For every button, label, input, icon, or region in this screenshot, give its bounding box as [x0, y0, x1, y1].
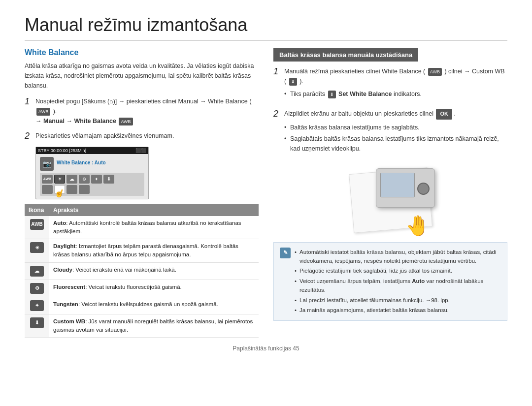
- section-title-white-balance: White Balance: [25, 48, 259, 57]
- step-2-number: 2: [25, 131, 33, 142]
- intro-text: Attēla krāsa atkarīga no gaismas avota v…: [25, 61, 259, 91]
- table-cell-icon: ✦: [25, 297, 49, 314]
- camera-in-hand: [376, 168, 435, 208]
- table-row: ✦Tungsten: Veicot ierakstu kvēlspuldzes …: [25, 297, 259, 314]
- table-cell-desc: Fluorescent: Veicat ierakstu fluorescējo…: [49, 280, 259, 297]
- table-body: AWBAuto: Automātiski kontrolē baltās krā…: [25, 216, 259, 338]
- table-row: ⚙Fluorescent: Veicat ierakstu fluorescēj…: [25, 280, 259, 297]
- right-step-1-text: Manuālā režīmā pieskarieties cilnei Whit…: [284, 66, 507, 104]
- table-cell-icon: ⬇: [25, 314, 49, 338]
- step-1: 1 Nospiediet pogu [Sākums (⌂)] → pieskar…: [25, 96, 259, 126]
- wb-right-icon: AWB: [428, 68, 442, 76]
- ok-button-display: OK: [436, 109, 452, 120]
- page-footer: Paplašinātās funkcijas 45: [25, 345, 507, 352]
- table-cell-desc: Auto: Automātiski kontrolē baltās krāsas…: [49, 216, 259, 239]
- step-2-text: Pieskarieties vēlamajam apakšizvēlnes vi…: [35, 131, 174, 141]
- icon-row2-3: [66, 185, 77, 194]
- wb-icons-row: AWB ☀ ☁ ⚙ ✦ ⬇ ☝: [40, 173, 144, 196]
- section-title-manual-wb: Baltās krāsas balansa manuāla uzstādīšan…: [273, 48, 418, 62]
- info-list-item: Veicot uzņemšanu ārpus telpām, iestatīju…: [295, 277, 501, 295]
- info-box: ✎ Automātiski iestatot baltās krāsas bal…: [273, 242, 507, 321]
- camera-illustration: 🤚: [341, 163, 440, 237]
- camera-ui-top-bar: STBY 00:00:00 [253Min] ⬛⬛: [36, 147, 148, 154]
- step-1-text: Nospiediet pogu [Sākums (⌂)] → pieskarie…: [35, 96, 259, 126]
- icon-tungsten: ✦: [91, 175, 102, 184]
- table-cell-desc: Tungsten: Veicot ierakstu kvēlspuldzes g…: [49, 297, 259, 314]
- icons-table: Ikona Apraksts AWBAuto: Automātiski kont…: [25, 204, 259, 338]
- table-cell-icon: ⚙: [25, 280, 49, 297]
- right-step-2-bullets: Baltās krāsas balansa iestatījums tie sa…: [284, 123, 507, 154]
- right-step-1: 1 Manuālā režīmā pieskarieties cilnei Wh…: [273, 66, 507, 104]
- table-cell-icon: ☀: [25, 239, 49, 263]
- table-row: ☁Cloudy: Veicot ierakstu ēnā vai mākoņai…: [25, 262, 259, 280]
- table-cell-icon: AWB: [25, 216, 49, 239]
- info-icon: ✎: [280, 248, 291, 258]
- camera-screen: [380, 173, 415, 197]
- table-cell-desc: Daylight: Izmantojiet ārpus telpām paras…: [49, 239, 259, 263]
- step-2: 2 Pieskarieties vēlamajam apakšizvēlnes …: [25, 131, 259, 142]
- table-header-row: Ikona Apraksts: [25, 204, 259, 216]
- right-bullet-2: Baltās krāsas balansa iestatījums tie sa…: [284, 123, 507, 132]
- menu-camera-icon: 📷: [40, 157, 54, 171]
- table-row: ⬇Custom WB: Jūs varat manuāli noregulēt …: [25, 314, 259, 338]
- right-step-2: 2 Aizpildiet ekrānu ar baltu objektu un …: [273, 109, 507, 158]
- table-row: ☀Daylight: Izmantojiet ārpus telpām para…: [25, 239, 259, 263]
- camera-body: [376, 168, 435, 208]
- icon-display: AWB: [30, 219, 44, 230]
- right-step-1-number: 1: [273, 66, 281, 77]
- custom-wb-icon: ⬇: [289, 78, 297, 86]
- page-title: Manual režīmu izmantošana: [25, 15, 507, 41]
- icon-row2-4: [79, 185, 90, 194]
- icon-display: ☁: [30, 266, 44, 277]
- icon-sun-active: ☀: [54, 175, 65, 184]
- table-cell-icon: ☁: [25, 262, 49, 280]
- right-step-1-bullets: Tiks parādīts ⬇ Set White Balance indika…: [284, 89, 507, 99]
- right-bullet-1: Tiks parādīts ⬇ Set White Balance indika…: [284, 89, 507, 99]
- icon-display: ☀: [30, 242, 44, 253]
- icon-custom: ⬇: [103, 175, 114, 184]
- wb-icon-inline: AWB: [119, 118, 133, 125]
- camera-ui-menu-label: White Balance : Auto: [57, 160, 106, 165]
- icon-fluor: ⚙: [79, 175, 90, 184]
- info-list-item: Pielāgotie iestatījumi tiek saglabāti, l…: [295, 266, 501, 275]
- step-1-number: 1: [25, 96, 33, 107]
- table-cell-desc: Cloudy: Veicot ierakstu ēnā vai mākoņain…: [49, 262, 259, 280]
- left-column: White Balance Attēla krāsa atkarīga no g…: [25, 48, 259, 338]
- hand-emoji: 🤚: [405, 214, 430, 237]
- info-list-item: Ja mainās apgaismojums, atiestatiet balt…: [295, 306, 501, 314]
- table-cell-desc: Custom WB: Jūs varat manuāli noregulēt b…: [49, 314, 259, 338]
- right-column: Baltās krāsas balansa manuāla uzstādīšan…: [273, 48, 507, 338]
- icon-row2-1: [42, 185, 53, 194]
- icon-display: ⬇: [30, 317, 44, 328]
- icon-display: ✦: [30, 300, 44, 311]
- camera-lens: [417, 183, 430, 195]
- right-bullet-3: Saglabātais baltās krāsas balansa iestat…: [284, 134, 507, 154]
- table-header-icon: Ikona: [25, 204, 49, 216]
- camera-ui-mockup: STBY 00:00:00 [253Min] ⬛⬛ 📷 White Balanc…: [35, 147, 149, 199]
- icon-display: ⚙: [30, 283, 44, 294]
- right-step-2-text: Aizpildiet ekrānu ar baltu objektu un pi…: [284, 109, 507, 158]
- info-list: Automātiski iestatot baltās krāsas balan…: [295, 248, 501, 316]
- icon-awb: AWB: [42, 175, 53, 184]
- table-row: AWBAuto: Automātiski kontrolē baltās krā…: [25, 216, 259, 239]
- right-step-2-number: 2: [273, 109, 281, 120]
- icon-cloud: ☁: [66, 175, 77, 184]
- table-header-desc: Apraksts: [49, 204, 259, 216]
- camera-ui-menu: 📷 White Balance : Auto AWB ☀ ☁ ⚙ ✦ ⬇: [36, 154, 148, 199]
- info-list-item: Lai precīzi iestatītu, atceliet tālummai…: [295, 296, 501, 305]
- set-wb-icon: ⬇: [328, 91, 336, 98]
- awb-icon-inline: AWB: [36, 108, 50, 116]
- info-list-item: Automātiski iestatot baltās krāsas balan…: [295, 248, 501, 266]
